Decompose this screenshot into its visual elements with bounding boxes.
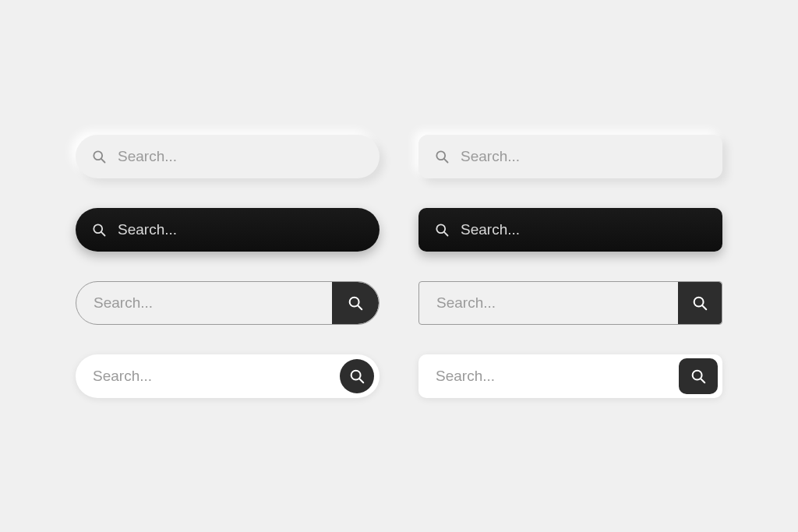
search-icon bbox=[434, 149, 450, 164]
search-bar-dark-pill[interactable] bbox=[76, 208, 380, 252]
search-input[interactable] bbox=[419, 294, 678, 312]
search-bar-white-rect[interactable] bbox=[418, 354, 722, 398]
search-icon bbox=[348, 368, 365, 385]
search-icon bbox=[691, 294, 708, 312]
search-bar-neumorphic-pill[interactable] bbox=[76, 135, 380, 178]
search-input[interactable] bbox=[418, 368, 679, 385]
search-input[interactable] bbox=[118, 148, 380, 165]
search-bar-outline-pill[interactable] bbox=[76, 281, 380, 325]
search-input[interactable] bbox=[461, 148, 722, 165]
search-bar-white-pill[interactable] bbox=[76, 354, 380, 398]
search-input[interactable] bbox=[76, 294, 332, 312]
search-icon bbox=[91, 149, 107, 164]
search-button[interactable] bbox=[332, 282, 379, 324]
search-icon bbox=[690, 368, 707, 385]
search-button[interactable] bbox=[678, 282, 722, 324]
search-icon bbox=[347, 294, 364, 312]
search-input[interactable] bbox=[461, 221, 722, 238]
search-bar-neumorphic-rect[interactable] bbox=[418, 135, 722, 178]
search-icon bbox=[434, 222, 450, 238]
search-bar-outline-rect[interactable] bbox=[418, 281, 722, 325]
search-icon bbox=[91, 222, 107, 238]
search-button[interactable] bbox=[679, 358, 718, 394]
search-button[interactable] bbox=[340, 359, 374, 393]
search-input[interactable] bbox=[76, 368, 340, 385]
search-bar-showcase bbox=[76, 135, 722, 398]
search-input[interactable] bbox=[118, 221, 380, 238]
search-bar-dark-rect[interactable] bbox=[418, 208, 722, 252]
